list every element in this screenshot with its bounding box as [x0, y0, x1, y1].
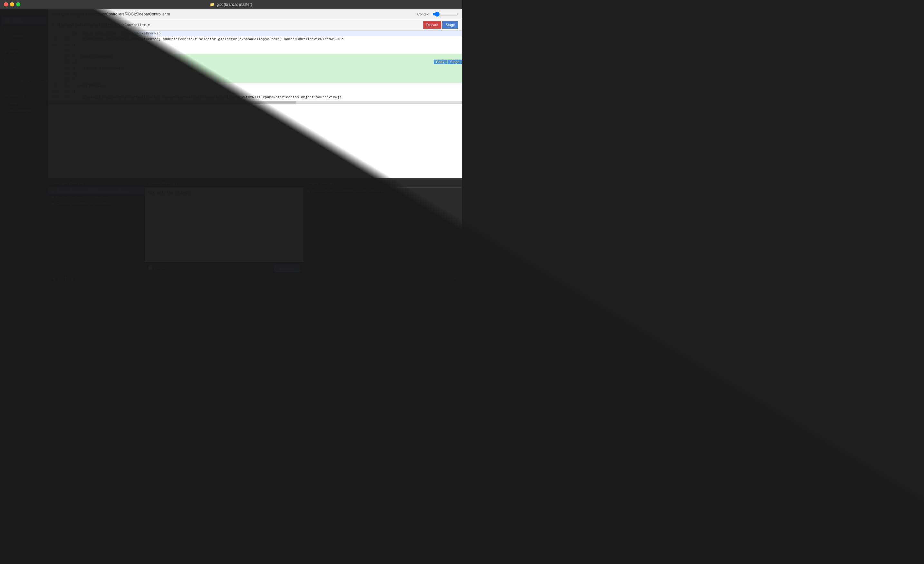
- right-content: Unstaged changes for Classes/Controllers…: [48, 9, 462, 282]
- file-dot: [51, 202, 54, 205]
- unstaged-file-item[interactable]: Classes/Controllers/PBGitSidebarControll…: [48, 188, 145, 194]
- sidebar: GITX ⬜ Stage BRANCHES ⎇ master ✓ REMOTES…: [0, 9, 48, 282]
- fetch-button[interactable]: ⬇: [57, 276, 61, 281]
- diff-area[interactable]: ▸ Classes/Controllers/PBGitSidebarContro…: [48, 19, 462, 178]
- terminal-button[interactable]: ⌨: [453, 276, 458, 280]
- file-name: Classes/Controllers/PBGitSidebarControll…: [56, 189, 128, 193]
- branch-button[interactable]: ⬆: [70, 276, 74, 281]
- diff-header: Unstaged changes for Classes/Controllers…: [48, 9, 462, 19]
- commit-panel: Commit Message Amend Commit: [145, 180, 304, 274]
- commit-button[interactable]: Commit: [274, 264, 300, 272]
- diff-line: 129 134 {: [48, 88, 462, 94]
- context-label: Context:: [417, 12, 430, 16]
- diff-line: 130 135 [[NSNotificationCenter defaultCe…: [48, 94, 462, 100]
- sidebar-stage-label: Stage: [12, 18, 22, 23]
- bottom-sections: Unstaged Changes Classes/Controllers/PBG…: [48, 180, 462, 274]
- status-bar-left: ◀ ⬇ ⬆ ⬆: [52, 276, 74, 281]
- refresh-button[interactable]: ↻: [429, 276, 432, 280]
- unstaged-file-item[interactable]: Classes/Views/PBSourceViewItem.h: [48, 200, 145, 207]
- check-icon: ✓: [39, 34, 43, 39]
- context-slider[interactable]: [432, 12, 458, 17]
- scrollbar-track[interactable]: [48, 101, 462, 104]
- branch-icon: ⎇: [5, 34, 9, 38]
- file-name: Classes/Controllers/PBGitCommitControlle…: [312, 189, 384, 193]
- amend-checkbox[interactable]: [148, 266, 152, 271]
- commit-message-header: Commit Message: [145, 180, 303, 188]
- sidebar-item-master[interactable]: ⎇ master ✓: [1, 32, 47, 40]
- window-controls[interactable]: [4, 2, 20, 6]
- sidebar-item-submodule[interactable]: MGScopeBar: [1, 85, 47, 92]
- amend-row: Amend: [148, 266, 166, 271]
- diff-line-added: 128 +- (void)closeView: [48, 54, 462, 60]
- unstaged-header: Unstaged Changes: [48, 180, 145, 188]
- main-layout: GITX ⬜ Stage BRANCHES ⎇ master ✓ REMOTES…: [0, 9, 462, 282]
- stage-hunk-button[interactable]: Stage: [442, 21, 458, 28]
- commit-footer: Amend Commit: [145, 262, 303, 274]
- folder-icon: 📁: [210, 2, 214, 7]
- stashes-section-label: STASHES: [0, 63, 48, 70]
- expand-icon: ▸: [52, 23, 54, 27]
- staged-panel: Staged Changes Classes/Controllers/PBGit…: [304, 180, 462, 274]
- file-name: Classes/Views/PBSourceViewItem.h: [56, 202, 113, 206]
- unstaged-panel: Unstaged Changes Classes/Controllers/PBG…: [48, 180, 145, 274]
- submodules-list: External/MAKVONotificationCenterMGScopeB…: [0, 77, 48, 115]
- origin-label: origin: [10, 49, 19, 54]
- window-title: gitx (branch: master): [216, 2, 252, 7]
- staged-file-list: Classes/Controllers/PBGitCommitControlle…: [304, 188, 462, 274]
- diff-file-name: Classes/Controllers/PBGitSidebarControll…: [56, 23, 150, 27]
- sidebar-item-stage[interactable]: ⬜ Stage: [1, 17, 47, 24]
- nav-back-button[interactable]: ◀: [52, 276, 55, 280]
- unstaged-file-list: Classes/Controllers/PBGitSidebarControll…: [48, 188, 145, 274]
- sidebar-item-submodule[interactable]: Sparkle: [1, 100, 47, 107]
- resize-grip: [249, 178, 262, 179]
- diff-line-added: 129 +{ Copy Stage: [48, 60, 462, 65]
- sidebar-item-origin[interactable]: ▶ origin: [1, 48, 47, 56]
- discard-hunk-button[interactable]: Discard: [423, 21, 441, 28]
- staged-header: Staged Changes: [304, 180, 462, 188]
- tags-section-label: TAGS: [0, 56, 48, 63]
- file-dot: [51, 190, 54, 192]
- sidebar-item-submodule[interactable]: External/MAKVONotificationCenter: [1, 78, 47, 85]
- console-label: Console: [436, 277, 449, 280]
- sidebar-item-submodule[interactable]: SyntaxHighlighter: [1, 107, 47, 114]
- staged-file-item[interactable]: Classes/Controllers/PBGitCommitControlle…: [304, 188, 462, 194]
- context-control: Context:: [417, 12, 458, 17]
- close-button[interactable]: [4, 2, 8, 6]
- copy-button[interactable]: Copy: [434, 60, 447, 64]
- diff-line-hunk: ... ... @@ -125,6 +125,11 @@ - (void)awa…: [48, 31, 462, 36]
- stage-line-button[interactable]: Stage: [447, 60, 462, 64]
- bottom-panel: Unstaged Changes Classes/Controllers/PBG…: [48, 178, 462, 274]
- unstaged-file-item[interactable]: Classes/Controllers/PBViewController.m: [48, 194, 145, 200]
- file-dot: [307, 190, 310, 192]
- diff-line: 126 126 }: [48, 42, 462, 48]
- diff-header-left: Unstaged changes for Classes/Controllers…: [52, 12, 170, 16]
- diff-line: 128 133 - (void)dealloc: [48, 83, 462, 88]
- branches-section-label: BRANCHES: [0, 25, 48, 32]
- diff-line-added: 130 + [super closeView];: [48, 65, 462, 71]
- maximize-button[interactable]: [16, 2, 20, 6]
- master-label: master: [11, 34, 23, 39]
- status-text: Index refresh finished: [235, 277, 269, 280]
- diff-line-added: 132 +: [48, 77, 462, 83]
- remote-icon: ▶: [5, 50, 8, 54]
- other-section-label: OTHER: [0, 115, 48, 122]
- title-bar-text: 📁 gitx (branch: master): [210, 2, 252, 7]
- status-bar: ◀ ⬇ ⬆ ⬆ Index refresh finished ↻ Console…: [48, 274, 462, 282]
- sidebar-item-submodule[interactable]: objective-git: [1, 93, 47, 99]
- remotes-section-label: REMOTES: [0, 40, 48, 48]
- diff-line-added: 131 +}: [48, 71, 462, 77]
- sidebar-gitx-label: GITX: [0, 9, 48, 16]
- diff-header-text: Unstaged changes for Classes/Controllers…: [52, 12, 170, 16]
- diff-line: 125 125 [[NSNotificationCenter defaultCe…: [48, 36, 462, 42]
- commit-message-input[interactable]: [145, 188, 303, 262]
- minimize-button[interactable]: [10, 2, 14, 6]
- file-dot: [51, 196, 54, 199]
- submodules-section-label: SUBMODULES: [0, 70, 48, 77]
- title-bar: 📁 gitx (branch: master): [0, 0, 462, 9]
- push-button[interactable]: ⬆: [64, 276, 68, 281]
- status-bar-right: ↻ Console ⌨: [429, 276, 458, 280]
- diff-line: 127: [48, 48, 462, 54]
- scrollbar-thumb[interactable]: [48, 101, 296, 104]
- stage-icon: ⬜: [5, 18, 10, 23]
- diff-file-header: ▸ Classes/Controllers/PBGitSidebarContro…: [48, 19, 462, 31]
